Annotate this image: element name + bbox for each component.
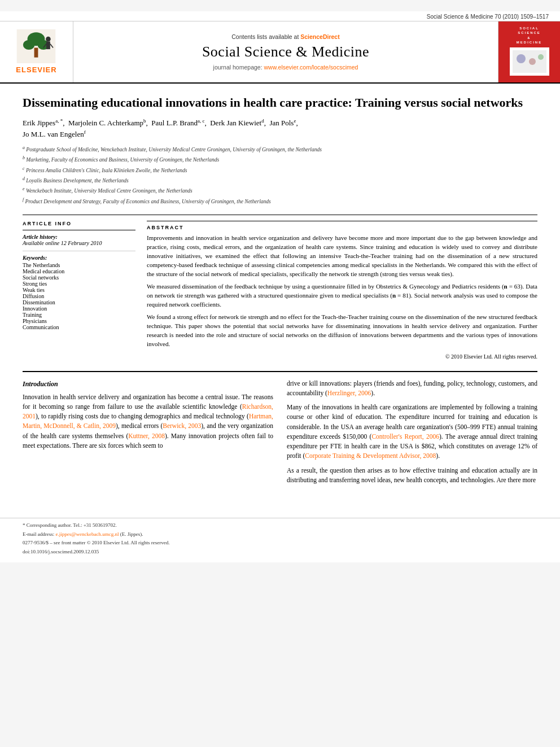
journal-header-center: Contents lists available at ScienceDirec… [73,21,498,82]
email-link[interactable]: e.jippes@wenckebach.umcg.nl [55,531,119,537]
sciencedirect-link[interactable]: ScienceDirect [300,33,339,40]
svg-point-2 [23,40,35,50]
issn-note: 0277-9536/$ – see front matter © 2010 El… [23,539,537,547]
abstract-para-3: We found a strong effect for network tie… [147,313,537,349]
journal-citation: Social Science & Medicine 70 (2010) 1509… [427,14,549,20]
corresponding-author-note: * Corresponding author. Tel.: +31 503619… [23,522,537,530]
elsevier-logo: ELSEVIER [16,29,56,74]
keyword-weak-ties: Weak ties [23,287,135,293]
author-2: Marjolein C. Achterkampb, [68,119,150,127]
keyword-dissemination: Dissemination [23,299,135,305]
hartman-link[interactable]: Hartman, Martin, McDonnell, & Catlin, 20… [23,413,273,429]
email-note: E-mail address: e.jippes@wenckebach.umcg… [23,531,537,539]
page: Social Science & Medicine 70 (2010) 1509… [0,11,560,562]
article-info-label: ARTICLE INFO [23,221,135,226]
affil-a: a Postgraduate School of Medicine, Wenck… [23,145,537,154]
page-footer: * Corresponding author. Tel.: +31 503619… [0,518,560,562]
journal-header: ELSEVIER Contents lists available at Sci… [0,21,560,84]
body-left-col: Introduction Innovation in health servic… [23,379,273,490]
corporate-training-link[interactable]: Corporate Training & Development Advisor… [305,452,436,459]
body-divider [23,371,537,372]
keywords-list: The Netherlands Medical education Social… [23,262,135,330]
svg-point-10 [517,54,526,63]
affil-d: d Loyalis Business Development, the Neth… [23,176,537,185]
journal-cover: SOCIALSCIENCE&MEDICINE [510,26,549,78]
article-title: Disseminating educational innovations in… [23,95,537,111]
abstract-text: Improvements and innovation in health se… [147,234,537,348]
elsevier-tree-icon [16,29,56,63]
abstract-section: ABSTRACT Improvements and innovation in … [147,221,537,359]
email-label: E-mail address: [23,531,55,537]
intro-para-4: As a result, the question then arises as… [287,466,537,486]
keyword-communication: Communication [23,324,135,330]
affiliations: a Postgraduate School of Medicine, Wenck… [23,145,537,206]
cover-svg [513,50,546,73]
kuttner-link[interactable]: Kuttner, 2008 [128,433,165,439]
journal-homepage-line: journal homepage: www.elsevier.com/locat… [213,64,358,71]
svg-point-11 [529,58,536,65]
affil-f: f Product Development and Strategy, Facu… [23,196,537,206]
abstract-col: ABSTRACT Improvements and innovation in … [147,221,537,359]
email-suffix: (E. Jippes). [119,531,143,537]
controller-link[interactable]: Controller's Report, 2006 [371,433,439,440]
svg-rect-4 [34,48,38,58]
keyword-social-networks: Social networks [23,274,135,281]
abstract-copyright: © 2010 Elsevier Ltd. All rights reserved… [147,353,537,360]
svg-point-5 [46,37,51,42]
info-abstract-section: ARTICLE INFO Article history: Available … [23,221,537,359]
svg-rect-6 [46,42,50,50]
article-history: Article history: Available online 12 Feb… [23,230,135,246]
main-content: Disseminating educational innovations in… [0,84,560,506]
homepage-link[interactable]: www.elsevier.com/locate/socscimed [264,64,358,71]
herzlinger-link[interactable]: Herzlinger, 2006 [327,390,371,396]
footer-notes: * Corresponding author. Tel.: +31 503619… [23,522,537,556]
homepage-prefix: journal homepage: [213,64,264,71]
history-value: Available online 12 February 2010 [23,240,135,246]
sciencedirect-line: Contents lists available at ScienceDirec… [231,33,339,40]
svg-point-12 [538,54,544,60]
affil-b: b Marketing, Faculty of Economics and Bu… [23,155,537,164]
intro-para-1: Innovation in health service delivery an… [23,392,273,451]
sciencedirect-prefix: Contents lists available at [231,33,300,40]
richardson-link[interactable]: Richardson, 2001 [23,403,273,420]
author-4: Derk Jan Kiewietd, [210,119,268,127]
cover-text: SOCIALSCIENCE&MEDICINE [517,26,542,45]
abstract-para-2: We measured dissemination of the feedbac… [147,282,537,309]
author-5: Jan Polse, [269,119,298,127]
keyword-innovation: Innovation [23,305,135,312]
abstract-para-1: Improvements and innovation in health se… [147,234,537,279]
body-right-col: drive or kill innovations: players (frie… [287,379,537,490]
intro-para-3: Many of the innovations in health care o… [287,403,537,461]
body-section: Introduction Innovation in health servic… [23,379,537,490]
journal-title: Social Science & Medicine [202,43,369,60]
elsevier-logo-area: ELSEVIER [0,21,73,82]
top-bar: Social Science & Medicine 70 (2010) 1509… [0,11,560,21]
journal-cover-area: SOCIALSCIENCE&MEDICINE [498,21,560,82]
article-info-col: ARTICLE INFO Article history: Available … [23,221,135,359]
affil-c: c Princess Amalia Children's Clinic, Isa… [23,165,537,174]
authors-line: Erik Jippesa, *, Marjolein C. Achterkamp… [23,117,537,140]
berwick-link[interactable]: Berwick, 2003 [163,422,201,429]
author-3: Paul L.P. Branda, c, [151,119,208,127]
keyword-netherlands: The Netherlands [23,262,135,268]
keywords-label: Keywords: [23,255,135,261]
affil-e: e Wenckebach Institute, University Medic… [23,186,537,195]
introduction-heading: Introduction [23,379,273,389]
divider-1 [23,215,537,215]
corresponding-author-text: * Corresponding author. Tel.: +31 503619… [23,522,117,528]
author-1: Erik Jippesa, *, [23,119,67,127]
keyword-medical-education: Medical education [23,268,135,274]
keyword-diffusion: Diffusion [23,293,135,299]
history-label: Article history: [23,234,135,240]
keyword-training: Training [23,312,135,318]
doi-note: doi:10.1016/j.socscimed.2009.12.035 [23,548,537,556]
keyword-physicians: Physicians [23,318,135,324]
keywords-section: Keywords: The Netherlands Medical educat… [23,251,135,330]
cover-image [510,47,549,76]
elsevier-wordmark: ELSEVIER [16,65,56,74]
author-6: Jo M.L. van Engelenf [23,130,86,138]
intro-para-2: drive or kill innovations: players (frie… [287,379,537,399]
keyword-strong-ties: Strong ties [23,281,135,287]
abstract-label: ABSTRACT [147,225,537,230]
